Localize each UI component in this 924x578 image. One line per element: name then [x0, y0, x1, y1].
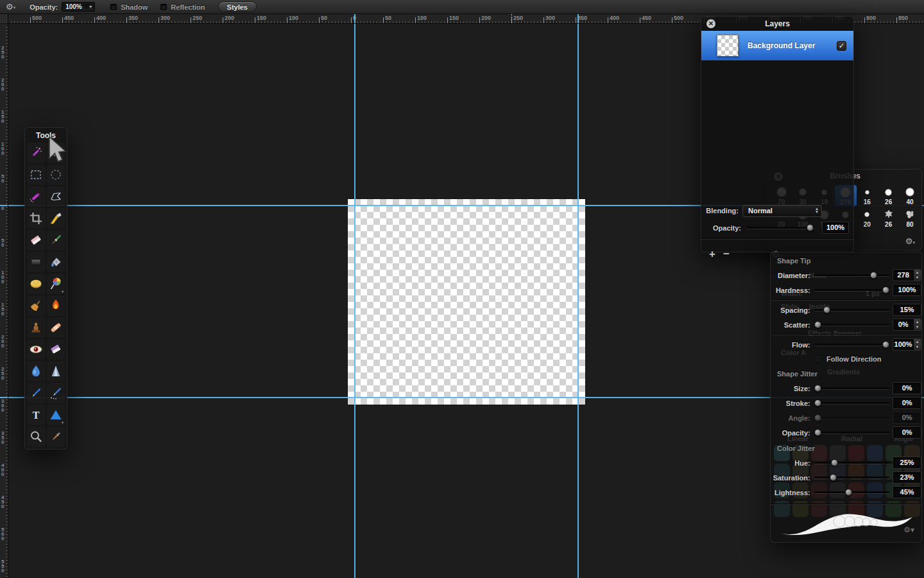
- setting-slider[interactable]: [814, 274, 889, 276]
- crop-tool[interactable]: [27, 208, 46, 229]
- setting-slider[interactable]: [814, 402, 889, 404]
- setting-slider[interactable]: [814, 309, 889, 311]
- layer-opacity-slider[interactable]: [746, 227, 816, 229]
- shape-tool[interactable]: ▾: [47, 405, 65, 425]
- brush-preset-26[interactable]: 26: [878, 207, 899, 229]
- slider-knob[interactable]: [830, 474, 837, 481]
- pen-tool[interactable]: [27, 383, 46, 403]
- slider-knob[interactable]: [882, 341, 889, 348]
- vertical-guide[interactable]: [354, 24, 355, 578]
- setting-value-box[interactable]: 100%: [893, 284, 921, 296]
- brush-preset-80[interactable]: 80: [899, 207, 920, 229]
- slider-knob[interactable]: [814, 429, 821, 436]
- paintbrush-tool[interactable]: [47, 230, 65, 250]
- layer-row-background-layer[interactable]: Background Layer ✓: [701, 31, 853, 60]
- gear-menu-icon[interactable]: ⚙▾: [6, 2, 15, 12]
- setting-slider[interactable]: [814, 491, 889, 493]
- sponge-tool[interactable]: [27, 274, 46, 294]
- setting-value-box[interactable]: 23%: [893, 471, 921, 484]
- setting-slider[interactable]: [814, 462, 889, 464]
- healing-tool[interactable]: [47, 317, 65, 338]
- setting-value-box[interactable]: 0%: [893, 426, 921, 439]
- slider-knob[interactable]: [814, 414, 821, 421]
- sharpen-tool[interactable]: [47, 361, 65, 381]
- layer-opacity-value-box[interactable]: 100%: [822, 222, 849, 234]
- follow-direction-checkbox[interactable]: [814, 355, 822, 363]
- slider-knob[interactable]: [807, 224, 814, 231]
- setting-value-box[interactable]: 45%: [893, 486, 921, 498]
- setting-value-box[interactable]: 0%: [893, 382, 921, 394]
- lasso-marker-tool[interactable]: [27, 186, 46, 207]
- setting-value-box[interactable]: 100%▲▼: [893, 338, 921, 351]
- rect-marquee-tool[interactable]: [27, 164, 46, 185]
- setting-slider[interactable]: [814, 289, 889, 291]
- brush-preset-40[interactable]: 40: [899, 185, 920, 206]
- magic-wand-tool[interactable]: [27, 143, 46, 163]
- vertical-guide[interactable]: [578, 24, 579, 578]
- guide-marker[interactable]: [0, 205, 8, 206]
- close-icon[interactable]: ✕: [706, 19, 715, 28]
- guide-marker[interactable]: [0, 397, 8, 398]
- styles-button[interactable]: Styles: [218, 1, 257, 12]
- gear-icon[interactable]: ⚙▾: [903, 525, 914, 534]
- stepper-icon[interactable]: ▲▼: [913, 339, 921, 350]
- eyedropper-tool[interactable]: [47, 426, 65, 447]
- add-layer-button[interactable]: +: [709, 248, 715, 261]
- ruler-tick: [373, 21, 374, 23]
- ruler-tick: [614, 21, 615, 23]
- remove-layer-button[interactable]: −: [723, 248, 730, 261]
- reflection-checkbox[interactable]: [160, 4, 167, 10]
- slider-knob[interactable]: [870, 272, 877, 279]
- setting-value-box[interactable]: 0%: [893, 412, 921, 424]
- vertical-ruler[interactable]: 2502001501005005010015020025030035040045…: [0, 24, 8, 578]
- setting-value-box[interactable]: 15%: [893, 304, 921, 316]
- layer-visibility-checkbox[interactable]: ✓: [837, 41, 846, 51]
- opacity-dropdown[interactable]: 100% ▼: [62, 2, 95, 12]
- zoom-tool[interactable]: [27, 426, 46, 447]
- setting-slider[interactable]: [814, 432, 889, 434]
- shadow-checkbox[interactable]: [110, 4, 117, 10]
- setting-value-box[interactable]: 278▲▼: [893, 269, 921, 281]
- blending-dropdown[interactable]: Normal ▲▼: [742, 205, 822, 217]
- freeform-pen-tool[interactable]: [47, 383, 65, 403]
- guide-marker[interactable]: [354, 14, 355, 23]
- setting-slider[interactable]: [814, 324, 889, 326]
- type-tool[interactable]: T: [27, 405, 46, 425]
- setting-value-box[interactable]: 25%: [893, 457, 921, 469]
- setting-slider[interactable]: [814, 344, 889, 346]
- brush-preset-16[interactable]: 16: [857, 185, 878, 206]
- eraser-tool[interactable]: [27, 230, 46, 250]
- dodge-tool[interactable]: [27, 295, 46, 316]
- slider-knob[interactable]: [814, 399, 821, 407]
- blur-tool[interactable]: [27, 361, 46, 381]
- slider-knob[interactable]: [814, 321, 821, 328]
- polygon-lasso-tool[interactable]: [47, 186, 65, 207]
- slider-knob[interactable]: [845, 489, 852, 496]
- setting-value-box[interactable]: 0%: [893, 397, 921, 409]
- burn-tool[interactable]: [47, 295, 65, 316]
- document-canvas[interactable]: [348, 199, 585, 405]
- slider-knob[interactable]: [882, 286, 889, 293]
- clone-stamp-tool[interactable]: [27, 317, 46, 338]
- red-eye-tool[interactable]: [27, 339, 46, 360]
- stepper-icon[interactable]: ▲▼: [913, 319, 921, 330]
- gradient-tool[interactable]: [27, 252, 46, 272]
- setting-slider[interactable]: [814, 387, 889, 389]
- ruler-tick: [146, 21, 146, 23]
- setting-slider[interactable]: [814, 477, 889, 478]
- setting-value-box[interactable]: 0%▲▼: [893, 319, 921, 331]
- slider-knob[interactable]: [814, 385, 821, 392]
- stepper-icon[interactable]: ▲▼: [913, 270, 921, 281]
- color-lollipop-tool[interactable]: ▾: [47, 274, 65, 294]
- ruler-tick: [280, 21, 281, 23]
- guide-marker[interactable]: [578, 14, 579, 23]
- slice-tool[interactable]: [47, 208, 65, 229]
- setting-slider[interactable]: [814, 417, 889, 419]
- soft-eraser-tool[interactable]: [47, 339, 65, 360]
- slider-knob[interactable]: [823, 306, 830, 313]
- brush-preset-20[interactable]: 20: [857, 207, 878, 229]
- brush-preset-26[interactable]: 26: [878, 185, 899, 206]
- slider-knob[interactable]: [831, 459, 838, 466]
- gear-icon[interactable]: ⚙▾: [905, 236, 915, 246]
- paint-bucket-tool[interactable]: [47, 252, 65, 272]
